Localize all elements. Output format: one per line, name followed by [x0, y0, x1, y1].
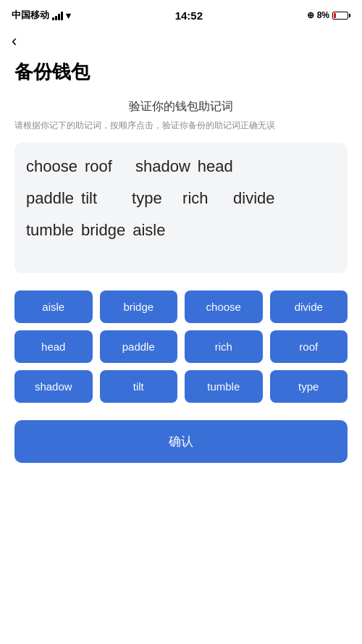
signal-icon	[52, 11, 63, 20]
display-word-roof: roof	[85, 157, 128, 176]
back-button[interactable]: ‹	[0, 26, 362, 54]
battery-percent-text: 8%	[317, 10, 329, 20]
word-button-type[interactable]: type	[270, 370, 348, 403]
display-word-divide: divide	[233, 189, 277, 208]
word-button-tumble[interactable]: tumble	[185, 370, 263, 403]
word-grid: aisle bridge choose divide head paddle r…	[14, 290, 348, 403]
display-word-tumble: tumble	[26, 221, 74, 240]
display-word-tilt: tilt	[81, 189, 125, 208]
word-button-choose[interactable]: choose	[185, 290, 263, 323]
word-button-rich[interactable]: rich	[185, 330, 263, 363]
display-word-head: head	[198, 157, 241, 176]
page-title: 备份钱包	[0, 54, 362, 99]
display-word-choose: choose	[26, 157, 77, 176]
status-right: ⊕ 8%	[307, 10, 350, 20]
status-bar: 中国移动 ▾ 14:52 ⊕ 8%	[0, 0, 362, 26]
display-word-bridge: bridge	[81, 221, 125, 240]
display-word-type: type	[132, 189, 175, 208]
confirm-button[interactable]: 确认	[14, 420, 348, 463]
display-word-paddle: paddle	[26, 189, 74, 208]
word-button-shadow[interactable]: shadow	[14, 370, 93, 403]
word-display-box: choose roof shadow head paddle tilt type…	[14, 143, 348, 273]
status-time: 14:52	[175, 9, 203, 22]
main-content: 验证你的钱包助记词 请根据你记下的助记词，按顺序点击，验证你备份的助记词正确无误…	[0, 99, 362, 463]
word-button-bridge[interactable]: bridge	[100, 290, 178, 323]
word-display-row-2: paddle tilt type rich divide	[26, 189, 336, 208]
word-button-tilt[interactable]: tilt	[100, 370, 178, 403]
word-button-roof[interactable]: roof	[270, 330, 348, 363]
wifi-icon: ▾	[66, 10, 71, 21]
word-button-paddle[interactable]: paddle	[100, 330, 178, 363]
word-button-divide[interactable]: divide	[270, 290, 348, 323]
display-word-aisle: aisle	[132, 221, 176, 240]
word-button-head[interactable]: head	[14, 330, 93, 363]
subtitle-section: 验证你的钱包助记词 请根据你记下的助记词，按顺序点击，验证你备份的助记词正确无误	[14, 99, 348, 133]
word-display-row-3: tumble bridge aisle	[26, 221, 336, 240]
carrier-text: 中国移动	[12, 9, 49, 22]
display-word-shadow: shadow	[135, 157, 190, 176]
word-button-aisle[interactable]: aisle	[14, 290, 93, 323]
subtitle-title: 验证你的钱包助记词	[14, 99, 348, 114]
battery-icon	[332, 12, 350, 20]
battery-percent: ⊕	[307, 10, 314, 20]
status-left: 中国移动 ▾	[12, 9, 71, 22]
word-display-row-1: choose roof shadow head	[26, 157, 336, 176]
subtitle-description: 请根据你记下的助记词，按顺序点击，验证你备份的助记词正确无误	[14, 119, 348, 133]
display-word-rich: rich	[182, 189, 226, 208]
